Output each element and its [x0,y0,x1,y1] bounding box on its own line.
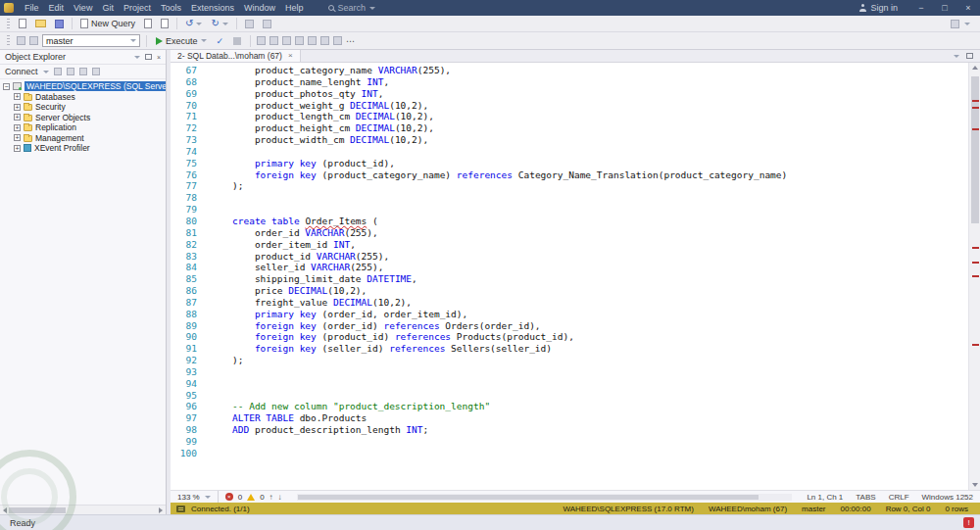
code-line[interactable]: 78 [171,192,968,204]
toolbar-overflow-icon[interactable] [964,23,970,25]
parse-button[interactable]: ✓ [214,33,227,48]
code-line[interactable]: 91 foreign key (seller_id) references Se… [171,343,968,355]
tree-item-databases[interactable]: +Databases [0,92,166,103]
editor-vertical-scrollbar[interactable] [968,63,980,490]
code-line[interactable]: 79 [171,204,968,216]
error-mark[interactable] [972,100,979,102]
indent-icon[interactable] [320,36,329,45]
tree-item-server-objects[interactable]: +Server Objects [0,113,166,123]
outdent-icon[interactable] [333,36,342,45]
tab-close-icon[interactable]: × [288,52,293,60]
code-line[interactable]: 90 foreign key (product_id) references P… [171,331,968,343]
tree-item-management[interactable]: +Management [0,133,166,144]
code-line[interactable]: 92); [171,355,968,366]
code-line[interactable]: 86 price DECIMAL(10,2), [171,285,968,297]
scroll-left-icon[interactable] [3,507,7,513]
window-position-icon[interactable] [134,56,140,59]
code-line[interactable]: 93 [171,366,968,378]
code-editor[interactable]: 67 product_category_name VARCHAR(255),68… [171,63,980,490]
code-line[interactable]: 87 freight_value DECIMAL(10,2), [171,297,968,309]
error-mark[interactable] [972,247,979,249]
toolbar-extra-button[interactable] [242,17,257,31]
open-file-button[interactable] [32,17,49,31]
close-panel-icon[interactable]: × [157,54,161,61]
warning-count[interactable]: 0 [260,493,264,502]
code-line[interactable]: 99 [171,436,968,448]
results-grid-icon[interactable] [257,36,266,45]
new-file-button[interactable] [16,17,29,31]
expand-icon[interactable]: + [14,134,21,141]
undo-button[interactable]: ↺ [182,17,205,31]
connect-query-icon[interactable] [17,36,25,45]
menu-tools[interactable]: Tools [156,0,186,16]
code-line[interactable]: 95 [171,390,968,402]
save-button[interactable] [52,17,67,31]
code-line[interactable]: 70 product_weight_g DECIMAL(10,2), [171,100,968,112]
menu-git[interactable]: Git [97,0,119,16]
comment-icon[interactable] [295,36,304,45]
connect-button[interactable]: Connect [5,67,38,76]
scroll-right-icon[interactable] [159,507,163,513]
tree-item-server[interactable]: − WAHEED\SQLEXPRESS (SQL Server 17.0.100… [0,81,166,92]
error-count[interactable]: 0 [238,493,242,502]
maximize-button[interactable]: □ [933,0,956,16]
code-line[interactable]: 77); [171,180,968,192]
toolbar-grip[interactable] [7,19,10,29]
search-input[interactable]: Search [322,3,382,13]
code-line[interactable]: 96-- Add new column "product_description… [171,401,968,412]
notifications-badge[interactable]: ! [963,517,974,528]
menu-file[interactable]: File [20,0,44,16]
editor-horizontal-scrollbar[interactable] [297,494,793,501]
code-line[interactable]: 73 product_width_cm DECIMAL(10,2), [171,134,968,146]
error-mark[interactable] [972,275,979,277]
tree-item-security[interactable]: +Security [0,102,166,113]
float-window-icon[interactable] [966,53,973,59]
menu-help[interactable]: Help [280,0,309,16]
toolbar-extra-button[interactable] [260,17,274,31]
expand-icon[interactable]: + [14,114,21,120]
disconnect-icon[interactable] [54,68,62,75]
redo-button[interactable]: ↻ [208,17,230,31]
expand-icon[interactable]: + [14,93,21,100]
code-line[interactable]: 81 order_id VARCHAR(255), [171,227,968,239]
scrollbar-thumb[interactable] [971,76,979,223]
menu-project[interactable]: Project [119,0,156,16]
code-line[interactable]: 83 product_id VARCHAR(255), [171,251,968,263]
expand-icon[interactable]: + [14,104,21,111]
tab-list-icon[interactable] [954,55,959,58]
pin-icon[interactable] [145,54,152,60]
filter-icon[interactable] [92,68,100,75]
zoom-level[interactable]: 133 % [177,493,200,502]
scrollbar-thumb[interactable] [298,495,759,500]
code-line[interactable]: 67 product_category_name VARCHAR(255), [171,65,968,76]
refresh-icon[interactable] [79,68,87,75]
toolbar-overflow-icon[interactable]: ⋯ [346,36,356,46]
code-line[interactable]: 100 [171,448,968,459]
menu-window[interactable]: Window [239,0,280,16]
scrollbar-thumb[interactable] [9,507,66,513]
database-selector[interactable]: master [42,34,140,47]
results-text-icon[interactable] [270,36,278,45]
results-file-icon[interactable] [282,36,291,45]
collapse-icon[interactable]: − [3,83,10,90]
expand-icon[interactable]: + [14,124,21,131]
uncomment-icon[interactable] [308,36,317,45]
code-line[interactable]: 80create table Order_Items ( [171,216,968,227]
feedback-icon[interactable] [951,20,959,28]
sign-in-button[interactable]: Sign in [858,3,898,13]
code-line[interactable]: 98ADD product_description_length INT; [171,424,968,436]
next-issue-icon[interactable]: ↓ [278,493,282,502]
toolbar-grip[interactable] [7,35,10,46]
menu-view[interactable]: View [69,0,97,16]
error-mark[interactable] [972,344,979,346]
cancel-query-button[interactable] [230,33,244,48]
execute-button[interactable]: Execute [153,33,210,48]
tree-item-replication[interactable]: +Replication [0,122,166,133]
new-database-query-button[interactable] [141,17,155,31]
code-line[interactable]: 68 product_name_lenght INT, [171,76,968,88]
previous-issue-icon[interactable]: ↑ [270,493,273,502]
menu-edit[interactable]: Edit [44,0,70,16]
scroll-down-icon[interactable] [972,483,978,487]
code-line[interactable]: 82 order_item_id INT, [171,239,968,251]
code-line[interactable]: 76 foreign key (product_category_name) r… [171,169,968,181]
